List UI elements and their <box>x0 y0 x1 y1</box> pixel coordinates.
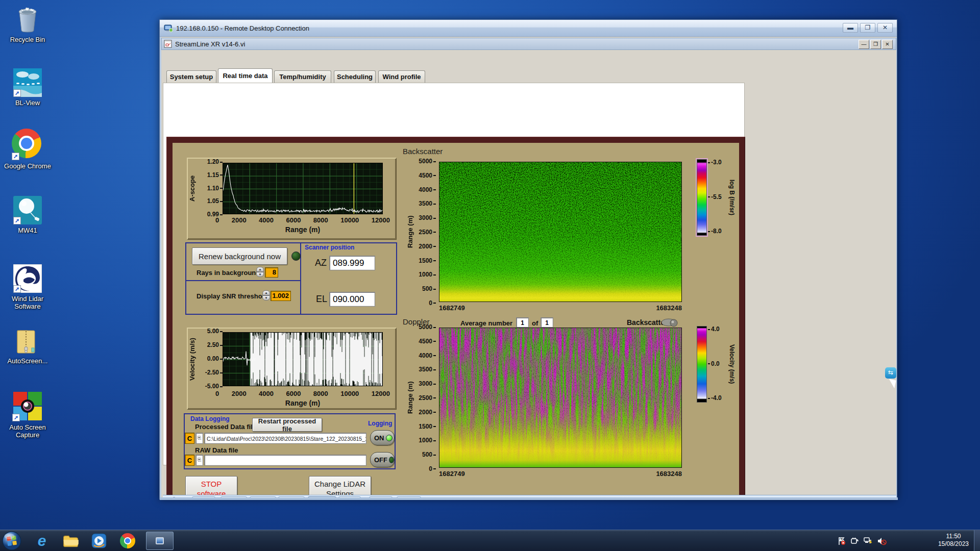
of-count-field[interactable]: 1 <box>541 317 553 328</box>
backscatter-colorbar <box>697 159 707 236</box>
average-number-label: Average number <box>460 319 512 327</box>
system-tray <box>835 532 888 550</box>
tick-label: 1.20 <box>207 159 223 165</box>
rdp-minimize-button[interactable]: ▬ <box>843 23 858 33</box>
app-close-button[interactable]: ✕ <box>882 40 893 49</box>
rays-value-field[interactable]: 8 <box>265 267 278 278</box>
tick-label: 12000 <box>372 390 390 397</box>
tick-label: 4.0 <box>708 327 720 332</box>
tick-label: 500 <box>422 286 436 292</box>
chrome-icon <box>120 533 135 548</box>
taskbar-rdp-active[interactable] <box>146 532 174 550</box>
el-value-field[interactable]: 090.000 <box>329 292 375 307</box>
processed-drive-box[interactable]: C <box>185 433 194 444</box>
desktop-icon-recycle-bin[interactable]: Recycle Bin <box>0 5 55 43</box>
tab-real-time-data[interactable]: Real time data <box>218 68 273 83</box>
velocity-xticks: 020004000600080001000012000 <box>215 390 390 397</box>
raw-logging-toggle[interactable]: OFF <box>370 452 395 467</box>
desktop-icon-autoscreen-zip[interactable]: AutoScreen... <box>0 327 55 365</box>
clock-time: 11:50 <box>938 533 969 540</box>
ie-icon: e <box>38 532 46 549</box>
backscatter-x-start: 1682749 <box>439 304 465 312</box>
front-panel-frame: A-scope 1.201.151.101.050.99 02000400060… <box>166 137 745 497</box>
desktop-icon-auto-screen-capture[interactable]: ➚ Auto Screen Capture <box>0 391 55 439</box>
rays-spinner[interactable]: ▲▼ <box>256 267 264 277</box>
doppler-x-end: 1683248 <box>621 470 682 478</box>
tick-label: 8000 <box>313 216 328 224</box>
desktop-icon-bl-view[interactable]: ➚ BL-View <box>0 68 55 107</box>
folder-icon <box>62 534 79 548</box>
snr-spinner[interactable]: ▲▼ <box>262 290 270 300</box>
recycle-bin-icon <box>13 5 42 34</box>
processed-logging-toggle[interactable]: ON <box>370 430 395 445</box>
rdp-window: 192.168.0.150 - Remote Desktop Connectio… <box>159 19 897 499</box>
taskbar-chrome[interactable] <box>116 532 139 550</box>
taskbar-media-player[interactable] <box>88 532 110 550</box>
taskbar-explorer[interactable] <box>59 532 82 550</box>
tick-label: 5000 <box>419 159 436 164</box>
backscatter-x-end: 1683248 <box>621 304 682 312</box>
app-minimize-button[interactable]: — <box>859 40 869 49</box>
tick-label: -5.00 <box>205 384 223 389</box>
stop-software-button[interactable]: STOP software <box>185 476 237 497</box>
backscatter-yticks: 5000450040003500300025002000150010005000 <box>414 159 436 306</box>
raw-path-field[interactable] <box>204 455 366 466</box>
tray-action-center-icon[interactable] <box>835 532 848 550</box>
desktop-icon-wind-lidar[interactable]: ➚ Wind Lidar Software <box>0 264 55 310</box>
raw-drive-box[interactable]: C <box>185 455 194 466</box>
rdp-close-button[interactable]: ✕ <box>877 23 893 33</box>
velocity-ylabel: Velocity (m/s) <box>188 332 196 386</box>
tick-label: 0.00 <box>207 356 223 362</box>
processed-browse-icon[interactable]: ⎘ <box>195 433 203 444</box>
zip-folder-icon <box>13 327 42 355</box>
snr-value-field[interactable]: 1.002 <box>271 291 291 301</box>
rdp-maximize-button[interactable]: ❐ <box>860 23 875 33</box>
renew-background-button[interactable]: Renew background now <box>192 247 287 265</box>
doppler-heatmap[interactable] <box>439 328 682 468</box>
tray-network-icon[interactable] <box>862 532 875 550</box>
start-button[interactable] <box>2 531 21 550</box>
app-restore-button[interactable]: ❐ <box>870 40 881 49</box>
doppler-ylabel: Range (m) <box>406 328 414 468</box>
tick-label: 1000 <box>419 272 436 278</box>
average-number-field[interactable]: 1 <box>516 317 529 328</box>
tick-label: 4500 <box>419 173 436 179</box>
tick-label: 1000 <box>419 438 436 443</box>
tray-power-icon[interactable] <box>848 532 862 550</box>
raw-browse-icon[interactable]: ⎘ <box>195 455 203 466</box>
desktop-icon-google-chrome[interactable]: ➚ Google Chrome <box>0 129 55 170</box>
desktop-icon-label: BL-View <box>0 99 55 107</box>
velocity-plot[interactable] <box>223 332 383 386</box>
ascope-yticks: 1.201.151.101.050.99 <box>201 159 223 217</box>
desktop-icon-mw41[interactable]: ➚ MW41 <box>0 196 55 234</box>
change-lidar-settings-button[interactable]: Change LiDAR Settings <box>309 476 371 497</box>
tab-temp-humidity[interactable]: Temp/humidity <box>274 70 331 83</box>
tray-volume-muted-icon[interactable] <box>875 532 888 550</box>
media-player-icon <box>91 533 107 548</box>
quick-connect-icon[interactable]: ⇆ <box>885 367 896 379</box>
rdp-window-title: 192.168.0.150 - Remote Desktop Connectio… <box>176 24 309 32</box>
ascope-plot[interactable] <box>223 163 383 214</box>
shortcut-arrow-icon: ➚ <box>12 414 20 421</box>
rdp-title-bar[interactable]: 192.168.0.150 - Remote Desktop Connectio… <box>160 20 897 37</box>
tab-system-setup[interactable]: System setup <box>166 70 216 83</box>
taskbar-internet-explorer[interactable]: e <box>31 532 53 550</box>
show-desktop-button[interactable] <box>974 530 980 551</box>
background-led-icon <box>291 252 301 261</box>
tab-content-pane: A-scope 1.201.151.101.050.99 02000400060… <box>163 83 745 465</box>
tab-scheduling[interactable]: Scheduling <box>334 70 376 83</box>
labview-vi-icon <box>164 40 172 48</box>
restart-processed-file-button[interactable]: Restart processed file <box>252 418 322 432</box>
tab-wind-profile[interactable]: Wind profile <box>378 70 425 83</box>
tick-label: 4000 <box>419 353 436 359</box>
ascope-xticks: 020004000600080001000012000 <box>215 216 390 224</box>
app-title-bar[interactable]: StreamLine XR v14-6.vi — ❐ ✕ <box>161 38 896 50</box>
backscatter-heatmap[interactable] <box>439 162 682 302</box>
tick-label: 2000 <box>232 216 247 224</box>
rdp-app-icon <box>164 24 173 32</box>
backscatter-toggle-knob[interactable] <box>660 317 679 328</box>
az-label: AZ <box>315 258 327 268</box>
az-value-field[interactable]: 089.999 <box>329 256 375 270</box>
taskbar-clock[interactable]: 11:50 15/08/2023 <box>938 533 969 548</box>
processed-path-field[interactable]: C:\Lidar\Data\Proc\2023\202308\20230815\… <box>204 433 366 444</box>
